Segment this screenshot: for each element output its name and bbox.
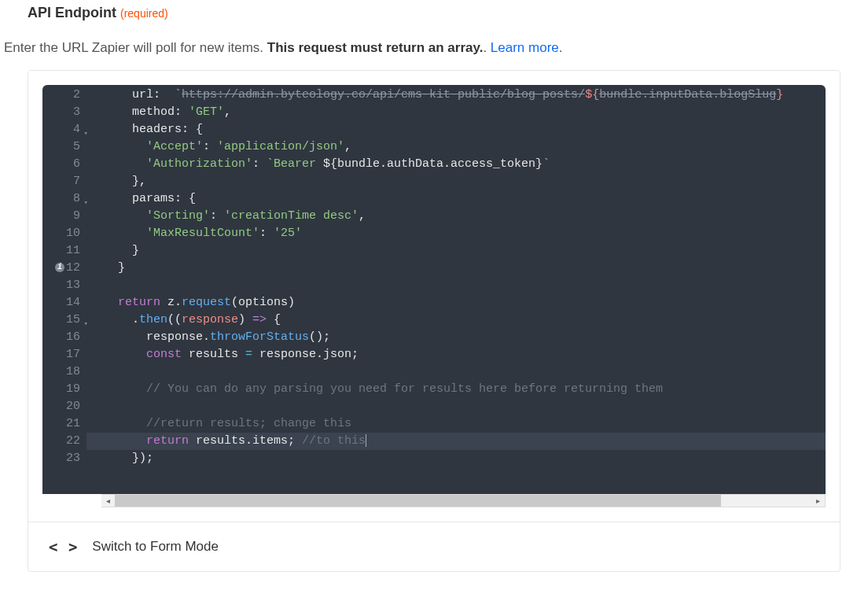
line-number: 7: [42, 173, 80, 190]
code-line[interactable]: 'Sorting': 'creationTime desc',: [104, 208, 826, 225]
code-line[interactable]: [104, 398, 826, 415]
description-bold: This request must return an array.: [267, 40, 484, 55]
code-line[interactable]: //return results; change this: [104, 415, 826, 433]
line-number: 5: [42, 138, 80, 156]
line-number: 9: [42, 208, 80, 225]
horizontal-scrollbar[interactable]: ◂ ▸: [101, 494, 826, 507]
scroll-left-arrow[interactable]: ◂: [101, 494, 115, 507]
code-line[interactable]: }: [104, 242, 826, 260]
code-line[interactable]: },: [104, 173, 826, 190]
switch-label: Switch to Form Mode: [92, 539, 219, 555]
line-number: 8: [42, 190, 80, 208]
editor-wrap: 234567891011121314151617181920212223 url…: [28, 71, 840, 522]
code-line[interactable]: url: `https://admin.byteology.co/api/cms…: [104, 87, 826, 104]
line-number: 16: [42, 329, 80, 346]
line-number: 15: [42, 312, 80, 329]
line-number: 19: [42, 381, 80, 398]
code-line[interactable]: .then((response) => {: [104, 312, 826, 329]
required-tag: (required): [120, 7, 168, 20]
line-number: 6: [42, 156, 80, 173]
code-line[interactable]: const results = response.json;: [104, 346, 826, 363]
editor-code-area[interactable]: url: `https://admin.byteology.co/api/cms…: [86, 87, 826, 472]
code-line[interactable]: // You can do any parsing you need for r…: [104, 381, 826, 398]
code-icon: < >: [49, 538, 78, 555]
line-number: 23: [42, 450, 80, 467]
line-number: 3: [42, 104, 80, 121]
section-title: API Endpoint (required): [28, 5, 864, 21]
editor-gutter: 234567891011121314151617181920212223: [42, 87, 86, 472]
line-number: 2: [42, 87, 80, 104]
code-panel: 234567891011121314151617181920212223 url…: [28, 70, 840, 572]
code-line[interactable]: });: [104, 450, 826, 467]
section-title-text: API Endpoint: [28, 5, 116, 20]
line-number: 14: [42, 294, 80, 312]
line-number: 18: [42, 363, 80, 381]
code-line[interactable]: return z.request(options): [104, 294, 826, 312]
learn-more-link[interactable]: Learn more: [491, 40, 559, 55]
line-number: 10: [42, 225, 80, 242]
code-line[interactable]: [104, 277, 826, 294]
code-line[interactable]: response.throwForStatus();: [104, 329, 826, 346]
description-pre: Enter the URL Zapier will poll for new i…: [4, 40, 267, 55]
code-line[interactable]: }: [104, 260, 826, 277]
code-line[interactable]: 'MaxResultCount': '25': [104, 225, 826, 242]
code-line[interactable]: return results.items; //to this: [86, 433, 826, 450]
code-line[interactable]: params: {: [104, 190, 826, 208]
code-line[interactable]: headers: {: [104, 121, 826, 138]
line-number: 20: [42, 398, 80, 415]
scroll-thumb[interactable]: [115, 495, 721, 507]
scroll-right-arrow[interactable]: ▸: [811, 494, 825, 507]
code-line[interactable]: [104, 363, 826, 381]
line-number: 17: [42, 346, 80, 363]
line-number: 22: [42, 433, 80, 450]
code-line[interactable]: method: 'GET',: [104, 104, 826, 121]
line-number: 11: [42, 242, 80, 260]
line-number: 13: [42, 277, 80, 294]
line-number: 21: [42, 415, 80, 433]
scroll-track[interactable]: [115, 494, 811, 507]
code-line[interactable]: 'Accept': 'application/json',: [104, 138, 826, 156]
code-line[interactable]: 'Authorization': `Bearer ${bundle.authDa…: [104, 156, 826, 173]
section-description: Enter the URL Zapier will poll for new i…: [4, 40, 864, 56]
line-number: 12: [42, 260, 80, 277]
code-editor[interactable]: 234567891011121314151617181920212223 url…: [42, 85, 826, 494]
line-number: 4: [42, 121, 80, 138]
switch-to-form-mode-button[interactable]: < > Switch to Form Mode: [28, 522, 840, 571]
